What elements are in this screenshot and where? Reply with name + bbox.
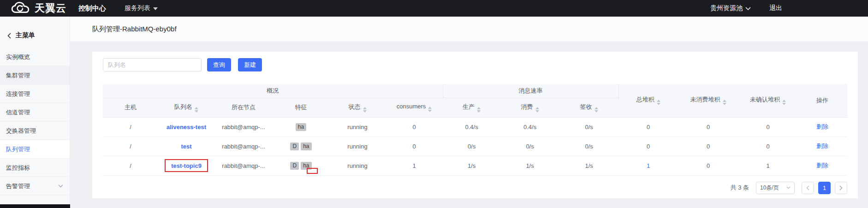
topbar: 天翼云 控制中心 服务列表 贵州资源池 退出 [0, 0, 868, 17]
sidebar-item-connection-management[interactable]: 连接管理 [0, 85, 70, 103]
chevron-down-icon [153, 7, 158, 10]
sort-icon[interactable] [477, 107, 481, 113]
column-label: 生产 [463, 103, 475, 110]
col-header-queue-name[interactable]: 队列名 [158, 98, 214, 117]
toolbar: 查询 新建 [103, 58, 847, 72]
table-row: / test rabbit@amqp-... Dha running 0 0/s… [103, 137, 847, 156]
feature-tag: D [290, 143, 299, 150]
cell-status: running [329, 117, 386, 137]
sidebar-item-alarm-management[interactable]: 告警管理 [0, 177, 70, 196]
col-header-ack-rate[interactable]: 签收 [559, 98, 618, 117]
cell-consume-rate: 0/s [500, 137, 559, 156]
total-count: 共 3 条 [731, 184, 749, 192]
service-list-label: 服务列表 [125, 4, 150, 12]
col-header-node: 所在节点 [214, 98, 273, 117]
cell-produce-rate: 0/s [443, 137, 500, 156]
cell-queue-name: test [158, 137, 214, 156]
page-1-button[interactable]: 1 [818, 182, 831, 194]
col-header-unconsumed-backlog[interactable]: 未消费堆积 [678, 84, 738, 117]
sidebar-item-monitoring-metrics[interactable]: 监控指标 [0, 159, 70, 177]
column-label: 主机 [125, 104, 137, 111]
sidebar-back-main-menu[interactable]: 主菜单 [0, 17, 70, 48]
sort-icon[interactable] [782, 100, 786, 105]
cell-consume-rate: 0.4/s [500, 117, 559, 137]
content-card: 查询 新建 概况 消息速率 总堆积 未消费堆积 未确认堆积 操作 [92, 52, 858, 198]
cell-features: Dha [273, 156, 329, 175]
chevron-right-icon [839, 185, 843, 190]
col-header-produce-rate[interactable]: 生产 [443, 98, 500, 117]
delete-link[interactable]: 删除 [816, 162, 828, 169]
cell-unacked-backlog: 0 [738, 117, 797, 137]
cloud-logo-icon [10, 1, 30, 16]
cell-consumers: 1 [386, 156, 443, 175]
feature-tag: D [290, 162, 299, 170]
column-label: 状态 [349, 103, 361, 110]
delete-link[interactable]: 删除 [816, 123, 828, 130]
sort-icon[interactable] [657, 100, 660, 105]
sidebar-item-cluster-management[interactable]: 集群管理 [0, 66, 70, 85]
sort-icon[interactable] [428, 107, 432, 112]
group-header-message-rate: 消息速率 [443, 84, 618, 98]
feature-tag: ha [301, 143, 311, 150]
queue-link[interactable]: test-topic9 [171, 162, 202, 169]
column-label: 总堆积 [636, 96, 654, 103]
queue-name-search-input[interactable] [103, 58, 202, 71]
region-label: 贵州资源池 [710, 4, 743, 12]
service-list-menu[interactable]: 服务列表 [125, 4, 158, 12]
brand-logo[interactable]: 天翼云 [10, 1, 66, 16]
queue-link[interactable]: aliveness-test [166, 124, 206, 131]
column-label: consumers [397, 103, 426, 110]
page-size-select[interactable]: 10条/页 [756, 182, 795, 194]
cell-produce-rate: 1/s [443, 156, 500, 175]
table-row: / aliveness-test rabbit@amqp-... ha runn… [103, 117, 847, 137]
sort-icon[interactable] [195, 107, 198, 113]
query-button[interactable]: 查询 [207, 58, 231, 71]
page-header: 队列管理-RabbitMQ-eby0bf [70, 17, 868, 42]
sort-icon[interactable] [723, 100, 726, 105]
sidebar-item-instance-overview[interactable]: 实例概览 [0, 48, 70, 66]
sort-icon[interactable] [595, 107, 598, 113]
group-header-overview: 概况 [103, 84, 443, 98]
col-header-consumers[interactable]: consumers [386, 98, 443, 117]
page-size-value: 10条/页 [760, 184, 779, 192]
cell-unconsumed-backlog: 0 [678, 156, 738, 175]
sidebar-item-exchange-management[interactable]: 交换器管理 [0, 122, 70, 140]
sidebar-item-label: 交换器管理 [6, 127, 36, 135]
sort-icon[interactable] [363, 107, 367, 113]
col-header-host: 主机 [103, 98, 158, 117]
chevron-down-icon [786, 186, 791, 189]
col-header-total-backlog[interactable]: 总堆积 [618, 84, 678, 117]
app-window: 天翼云 控制中心 服务列表 贵州资源池 退出 主菜单 实例概览 集群管理 连接管… [0, 0, 868, 208]
sidebar-item-queue-management[interactable]: 队列管理 [0, 140, 70, 159]
sidebar-item-label: 集群管理 [6, 71, 30, 80]
col-header-consume-rate[interactable]: 消费 [500, 98, 559, 117]
cell-produce-rate: 0.4/s [443, 117, 500, 137]
prev-page-button[interactable] [802, 182, 814, 194]
queue-link[interactable]: test [181, 143, 191, 150]
cell-node: rabbit@amqp-... [214, 156, 273, 175]
cell-ack-rate: 0/s [559, 117, 618, 137]
sidebar-item-label: 监控指标 [6, 164, 30, 172]
queues-table: 概况 消息速率 总堆积 未消费堆积 未确认堆积 操作 主机 队列名 所在节点 特… [103, 84, 847, 176]
cell-features: ha [273, 117, 329, 137]
sidebar-item-label: 队列管理 [6, 145, 30, 154]
cell-host: / [103, 137, 158, 156]
cell-actions: 删除 [797, 156, 847, 175]
cell-queue-name: test-topic9 [158, 156, 214, 175]
chevron-down-icon [58, 184, 63, 188]
sidebar-item-label: 告警管理 [6, 182, 30, 190]
sort-icon[interactable] [535, 107, 539, 113]
column-label: 所在节点 [232, 104, 256, 111]
pagination: 共 3 条 10条/页 1 [103, 182, 847, 194]
create-button[interactable]: 新建 [238, 58, 262, 71]
sidebar-item-channel-management[interactable]: 信道管理 [0, 103, 70, 122]
column-label: 签收 [580, 103, 592, 110]
delete-link[interactable]: 删除 [816, 143, 828, 149]
col-header-status[interactable]: 状态 [329, 98, 386, 117]
col-header-unacked-backlog[interactable]: 未确认堆积 [738, 84, 797, 117]
region-selector[interactable]: 贵州资源池 [710, 4, 751, 12]
column-label: 操作 [816, 97, 828, 104]
console-center-link[interactable]: 控制中心 [78, 4, 106, 13]
next-page-button[interactable] [835, 182, 847, 194]
logout-button[interactable]: 退出 [769, 4, 782, 12]
